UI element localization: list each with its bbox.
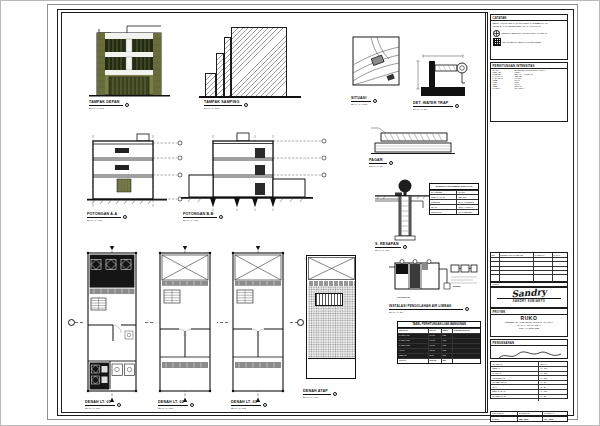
spec-cell: DIAMETER (430, 191, 456, 195)
approval-block: PENGESAHAN PEMOHON / PEMILIK BANGUNAN (490, 339, 568, 359)
view-water-trap (413, 51, 473, 101)
label-denah-lt3: DENAH LT. 03 SKALA 1 : 100 (231, 400, 261, 409)
label-underline (303, 394, 331, 395)
view-scale: SKALA 1 : 100 (89, 107, 123, 109)
legend-cell: 216.00 (428, 359, 441, 363)
view-denah-lt2 (155, 245, 217, 403)
label-tampak-samping: TAMPAK SAMPING SKALA 1 : 100 (204, 100, 242, 109)
label-underline (87, 217, 121, 218)
scale-bubble-icon (455, 104, 459, 108)
scale-bubble-icon (389, 161, 393, 165)
legend-header: KETERANGAN (452, 329, 480, 333)
spec-cell: 150 CM (456, 195, 478, 199)
section-aa-drawing (87, 131, 187, 217)
titleblock-double-line (485, 12, 486, 413)
footer-cell: JML LBR (517, 417, 542, 421)
legend-cell: 64.00 (428, 339, 441, 343)
legend-cell (452, 354, 480, 358)
drawing-sheet: TAMPAK DEPAN SKALA 1 : 100 TAMPAK SAMPIN… (0, 0, 600, 426)
calc-key: LANTAI (493, 87, 515, 89)
label-potongan-bb: POTONGAN B-B SKALA 1 : 100 (183, 212, 217, 221)
view-title: PAGAR (369, 158, 387, 162)
scale-header: GAMBAR (491, 362, 538, 366)
label-denah-atap: DENAH ATAP SKALA 1 : 100 (303, 389, 331, 398)
scale-bubble-icon (190, 403, 194, 407)
ipal-caption-left: POTONGAN (397, 296, 410, 299)
scale-row-value: 1 : 20 (538, 385, 567, 389)
qr-code-icon (493, 38, 501, 46)
legend-cell: M2 (441, 334, 452, 338)
scale-bubble-icon (373, 99, 377, 103)
view-title: POTONGAN B-B (183, 212, 217, 216)
scale-bubble-icon (465, 307, 469, 311)
legend-cell: 64.00 (428, 344, 441, 348)
label-underline (351, 101, 371, 102)
titleblock-calculation: PERHITUNGAN INTENSITAS NAMABANGUNAN RUKO… (490, 62, 568, 122)
footer-cell: DIPERIKSA (517, 412, 542, 415)
view-title: DENAH LT. 03 (231, 400, 261, 404)
legend-cell: TERAS (398, 354, 428, 358)
view-denah-lt3 (228, 245, 290, 403)
label-water-trap: DET. WATER TRAP SKALA 1 : 20 (413, 101, 453, 110)
legend-cell: M2 (441, 349, 452, 353)
spec-cell: PENUTUP (430, 210, 456, 214)
view-title: DENAH ATAP (303, 389, 331, 393)
roof-void-drawing (308, 257, 355, 280)
side-elevation-step (205, 73, 216, 97)
grid-bubble (68, 319, 75, 326)
scale-row-value: 1 : 100 (538, 372, 567, 376)
legend-cell (452, 359, 480, 363)
label-underline (369, 163, 387, 164)
legend-header: UNIT (441, 329, 452, 333)
plan-lt3-drawing (228, 245, 290, 403)
label-denah-lt1: DENAH LT. 01 SKALA 1 : 100 (85, 400, 115, 409)
label-underline (413, 106, 453, 107)
grid-bubble (297, 319, 304, 326)
revision-header: NO (491, 253, 499, 257)
roof-line (308, 358, 355, 359)
roof-stair-bulkhead (315, 293, 343, 306)
legend-cell: M2 (441, 359, 452, 363)
revision-header: TANGGAL (533, 253, 552, 257)
view-scale: SKALA 1 : 1000 (351, 103, 371, 105)
plan-lt1-drawing (83, 245, 145, 403)
view-title: SITUASI (351, 96, 371, 100)
spec-cell: BATA KOSONG (456, 200, 478, 204)
view-title: DET. WATER TRAP (413, 101, 453, 105)
label-ipal: INSTALASI PENGOLAHAN AIR LIMBAH SKALA 1 … (389, 304, 463, 313)
spec-table: SPESIFIKASI SUMUR RESAPAN DIAMETER80 CM … (429, 183, 479, 215)
view-pagar (369, 125, 457, 159)
legend-table: TABEL PERHITUNGAN LUAS BANGUNAN URAIAN L… (397, 321, 481, 364)
view-front-elevation (87, 23, 172, 101)
view-section-aa (87, 131, 187, 217)
approval-title: PENGESAHAN (491, 340, 567, 346)
scale-row-name: IPAL (491, 385, 538, 389)
label-underline (389, 309, 463, 310)
view-title: DENAH LT. 02 (158, 400, 188, 404)
front-elevation-drawing (87, 23, 172, 101)
spec-cell: ISIAN (430, 205, 456, 209)
scale-bubble-icon (333, 392, 337, 396)
scale-bubble-icon (125, 103, 129, 107)
view-title: S. RESAPAN (375, 242, 401, 246)
view-title: TAMPAK DEPAN (89, 100, 123, 104)
note-stamp: SCAN UNTUK VERIFIKASI DOKUMEN (503, 41, 542, 44)
footer-cell: DIGAMBAR (491, 412, 517, 415)
view-scale: SKALA 1 : 20 (369, 165, 387, 167)
view-title: POTONGAN A-A (87, 212, 121, 216)
scale-bubble-icon (403, 245, 407, 249)
scale-row-name: DENAH (491, 367, 538, 371)
scale-row-name: DET. PAGAR (491, 390, 538, 394)
legend-cell (452, 344, 480, 348)
scale-row-value: 1 : 20 (538, 381, 567, 385)
note-stamp: PERIKSA SELURUH UKURAN DI LAPANGAN (502, 32, 547, 35)
ground-line (199, 96, 301, 98)
view-scale: SKALA 1 : 20 (375, 249, 401, 251)
view-side-elevation (197, 23, 305, 101)
scale-table: GAMBAR SKALA DENAH1 : 100 TAMPAK1 : 100 … (490, 361, 568, 399)
scale-row-value: 1 : 100 (538, 390, 567, 394)
spec-cell: KEDALAMAN (430, 195, 456, 199)
legend-cell: LANTAI 02 (398, 339, 428, 343)
label-tampak-depan: TAMPAK DEPAN SKALA 1 : 100 (89, 100, 123, 109)
view-title: TAMPAK SAMPING (204, 100, 242, 104)
